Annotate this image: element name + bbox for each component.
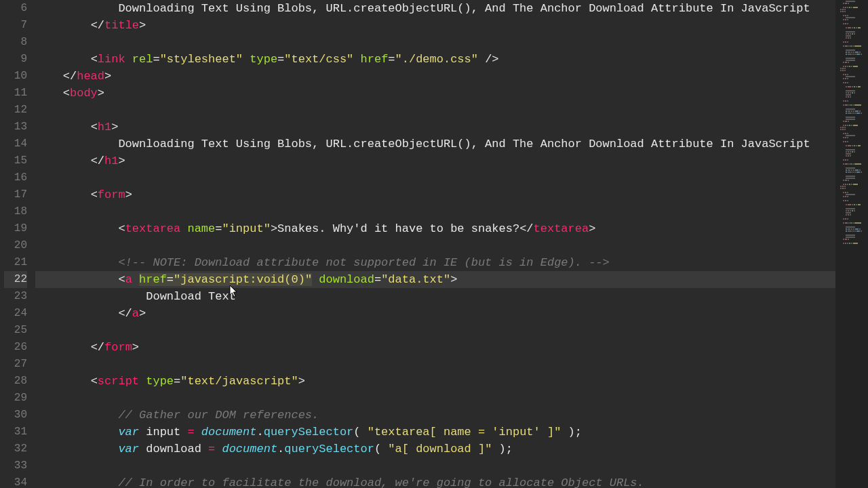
code-line[interactable]: <h1> xyxy=(35,119,835,136)
minimap-line xyxy=(837,216,867,218)
minimap-line xyxy=(837,41,867,43)
minimap-line xyxy=(837,29,867,30)
minimap-line xyxy=(837,167,867,169)
minimap-line xyxy=(837,155,867,157)
minimap-line xyxy=(837,123,867,124)
minimap-line xyxy=(837,58,867,59)
code-line[interactable]: </a> xyxy=(35,305,835,322)
minimap-line xyxy=(837,161,867,163)
code-area[interactable]: Downloading Text Using Blobs, URL.create… xyxy=(35,0,835,488)
minimap-line xyxy=(837,117,867,118)
minimap-line xyxy=(837,90,867,92)
minimap[interactable] xyxy=(835,0,868,488)
minimap-line xyxy=(837,178,867,179)
line-number: 25 xyxy=(4,322,27,339)
minimap-line xyxy=(837,115,867,116)
code-line[interactable] xyxy=(35,356,835,373)
code-line[interactable]: <!-- NOTE: Download attribute not suppor… xyxy=(35,254,835,271)
minimap-line xyxy=(837,182,867,183)
code-line[interactable]: Downloading Text Using Blobs, URL.create… xyxy=(35,0,835,17)
minimap-line xyxy=(837,241,867,242)
minimap-line xyxy=(837,3,867,4)
minimap-line xyxy=(837,165,867,167)
minimap-line xyxy=(837,5,867,6)
minimap-line xyxy=(837,11,867,12)
code-line[interactable] xyxy=(35,390,835,407)
minimap-line xyxy=(837,1,867,2)
code-line[interactable]: Downloading Text Using Blobs, URL.create… xyxy=(35,136,835,152)
minimap-line xyxy=(837,88,867,89)
code-line[interactable] xyxy=(35,169,835,186)
line-number: 29 xyxy=(4,390,27,407)
minimap-line xyxy=(837,129,867,130)
code-line[interactable] xyxy=(35,322,835,339)
code-line[interactable]: </h1> xyxy=(35,152,835,169)
code-line[interactable]: <form> xyxy=(35,186,835,203)
minimap-line xyxy=(837,86,867,87)
minimap-line xyxy=(837,106,867,108)
code-line[interactable] xyxy=(35,203,835,220)
minimap-line xyxy=(837,180,867,181)
minimap-line xyxy=(837,7,867,8)
line-number: 27 xyxy=(4,356,27,373)
minimap-line xyxy=(837,92,867,94)
minimap-line xyxy=(837,239,867,240)
code-line[interactable]: // Gather our DOM references. xyxy=(35,407,835,424)
code-line[interactable]: var download = document.querySelector( "… xyxy=(35,441,835,458)
minimap-line xyxy=(837,104,867,106)
minimap-line xyxy=(837,171,867,173)
minimap-line xyxy=(837,202,867,203)
minimap-line xyxy=(837,212,867,214)
minimap-line xyxy=(837,226,867,228)
code-line[interactable]: <body> xyxy=(35,85,835,102)
code-line[interactable]: </form> xyxy=(35,339,835,356)
code-line[interactable]: var input = document.querySelector( "tex… xyxy=(35,424,835,441)
line-number: 8 xyxy=(4,34,27,51)
code-line[interactable] xyxy=(35,34,835,51)
line-number: 9 xyxy=(4,51,27,68)
minimap-line xyxy=(837,110,867,112)
minimap-line xyxy=(837,9,867,10)
minimap-line xyxy=(837,76,867,77)
code-line[interactable]: Download Text xyxy=(35,288,835,305)
minimap-line xyxy=(837,176,867,177)
code-line[interactable]: <script type="text/javascript"> xyxy=(35,373,835,390)
minimap-line xyxy=(837,228,867,230)
code-line[interactable] xyxy=(35,102,835,119)
code-line[interactable]: </head> xyxy=(35,68,835,85)
code-line[interactable]: <a href="javascript:void(0)" download="d… xyxy=(35,271,835,288)
minimap-line xyxy=(837,224,867,226)
line-number: 34 xyxy=(4,474,27,488)
line-number: 20 xyxy=(4,237,27,254)
minimap-line xyxy=(837,35,867,37)
minimap-line xyxy=(837,184,867,185)
code-line[interactable] xyxy=(35,237,835,254)
minimap-line xyxy=(837,237,867,238)
minimap-line xyxy=(837,143,867,144)
minimap-line xyxy=(837,64,867,65)
code-line[interactable]: <textarea name="input">Snakes. Why'd it … xyxy=(35,220,835,237)
minimap-line xyxy=(837,151,867,152)
minimap-line xyxy=(837,200,867,201)
minimap-line xyxy=(837,149,867,150)
minimap-line xyxy=(837,56,867,57)
line-number: 26 xyxy=(4,339,27,356)
minimap-line xyxy=(837,100,867,102)
minimap-line xyxy=(837,37,867,39)
code-line[interactable]: // In order to facilitate the download, … xyxy=(35,474,835,488)
minimap-line xyxy=(837,190,867,191)
code-line[interactable]: </title> xyxy=(35,17,835,34)
minimap-line xyxy=(837,66,867,67)
minimap-line xyxy=(837,84,867,85)
code-line[interactable]: <link rel="stylesheet" type="text/css" h… xyxy=(35,51,835,68)
minimap-line xyxy=(837,31,867,33)
line-number: 32 xyxy=(4,441,27,458)
minimap-line xyxy=(837,96,867,98)
minimap-line xyxy=(837,159,867,161)
minimap-line xyxy=(837,68,867,69)
minimap-line xyxy=(837,222,867,224)
line-number: 18 xyxy=(4,203,27,220)
code-editor[interactable]: 6789101112131415161718192021222324252627… xyxy=(0,0,835,488)
code-line[interactable] xyxy=(35,458,835,474)
line-number: 31 xyxy=(4,424,27,441)
